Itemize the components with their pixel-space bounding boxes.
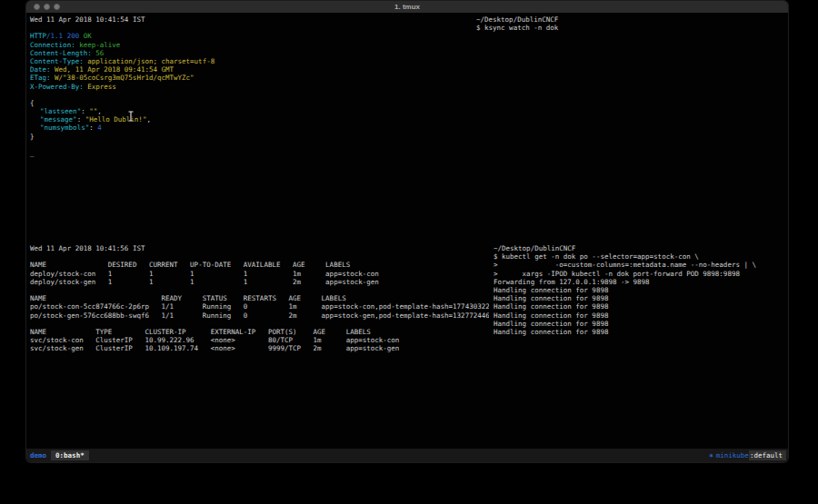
kubernetes-helm-icon: ⎈: [709, 451, 713, 460]
kube-namespace: :default: [749, 450, 786, 460]
http-protocol: HTTP: [30, 32, 46, 40]
pane-ksync[interactable]: ~/Desktop/DublinCNCF $ ksync watch -n do…: [473, 13, 788, 240]
http-header: Connection:keep-alive: [30, 41, 471, 49]
deployments-table: NAME DESIRED CURRENT UP-TO-DATE AVAILABL…: [30, 261, 489, 286]
session-name: demo: [26, 451, 51, 460]
timestamp: Wed 11 Apr 2018 10:41:54 IST: [30, 15, 471, 24]
pane-port-forward[interactable]: ~/Desktop/DublinCNCF $ kubectl get -n do…: [490, 242, 788, 449]
port-forward-output: $ kubectl get -n dok po --selector=app=s…: [494, 252, 788, 336]
kube-context: minikube: [716, 451, 749, 460]
command-line: $ ksync watch -n dok: [476, 24, 788, 32]
terminal-cursor: _: [30, 149, 471, 157]
status-right: ⎈ minikube :default: [709, 450, 788, 460]
http-version-status: /1.1 200: [46, 32, 79, 40]
json-close-brace: }: [30, 133, 471, 141]
http-status-text: OK: [84, 32, 92, 40]
pods-table: NAME READY STATUS RESTARTS AGE LABELS po…: [30, 294, 489, 320]
http-header: X-Powered-By:Express: [30, 83, 471, 91]
close-button[interactable]: [34, 4, 40, 10]
traffic-lights: [34, 4, 60, 10]
tmux-status-bar: demo 0:bash* ⎈ minikube :default: [26, 449, 788, 462]
http-header: Content-Length:56: [30, 49, 471, 57]
terminal-window: 1. tmux Wed 11 Apr 2018 10:41:54 IST HTT…: [26, 1, 788, 462]
cwd: ~/Desktop/DublinCNCF: [476, 15, 788, 24]
cwd: ~/Desktop/DublinCNCF: [494, 244, 788, 252]
json-open-brace: {: [30, 99, 471, 107]
http-header: Content-Type:application/json; charset=u…: [30, 57, 471, 65]
mouse-ibeam-cursor: [127, 111, 135, 122]
window-tab-bash[interactable]: 0:bash*: [51, 450, 89, 460]
minimize-button[interactable]: [44, 4, 50, 10]
pane-http-response[interactable]: Wed 11 Apr 2018 10:41:54 IST HTTP/1.1 20…: [26, 13, 471, 240]
pane-kubectl-get[interactable]: Wed 11 Apr 2018 10:41:56 IST NAME DESIRE…: [26, 242, 489, 449]
services-table: NAME TYPE CLUSTER-IP EXTERNAL-IP PORT(S)…: [30, 328, 489, 353]
title-bar[interactable]: 1. tmux: [26, 1, 788, 13]
json-field: "numsymbols": 4: [30, 124, 471, 132]
http-header: Date:Wed, 11 Apr 2018 09:41:54 GMT: [30, 65, 471, 74]
json-field: "message": "Hello Dublin!",: [30, 115, 471, 124]
zoom-button[interactable]: [54, 4, 60, 10]
window-title: 1. tmux: [26, 1, 788, 13]
http-status-line: HTTP/1.1 200OK: [30, 32, 471, 40]
http-header: ETag:W/"38-05coCsrg3mQ75sHr1d/qcMTwYZc": [30, 74, 471, 82]
timestamp: Wed 11 Apr 2018 10:41:56 IST: [30, 244, 489, 252]
json-field: "lastseen": "",: [30, 107, 471, 115]
